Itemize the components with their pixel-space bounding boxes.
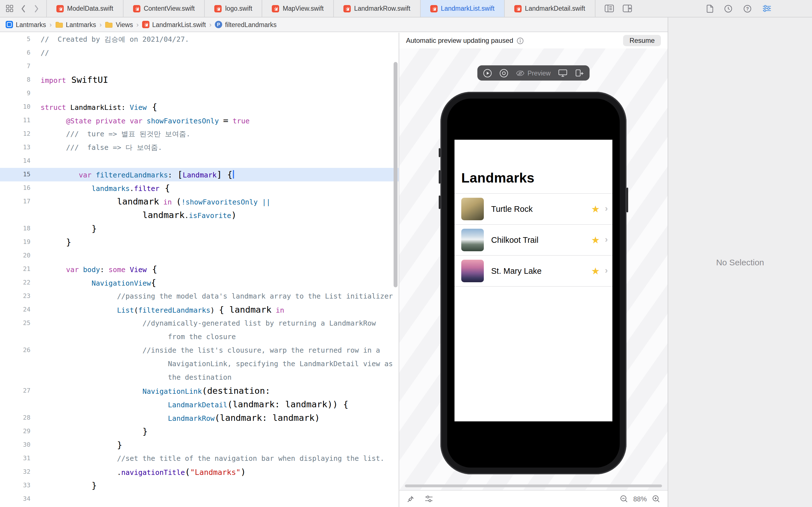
settings-icon[interactable] [424,495,433,503]
zoom-in-icon[interactable] [652,495,660,503]
breadcrumb-item-lantmarks[interactable]: Lantmarks [55,21,96,28]
line-number[interactable]: 7 [0,60,31,73]
tab-landmarklist-swift[interactable]: LandmarkList.swift [420,0,504,17]
editor-options-icon[interactable] [604,4,614,12]
line-number[interactable]: 9 [0,87,31,100]
landmark-row-chilkoot-trail[interactable]: Chilkoot Trail★› [455,225,612,256]
code-line-25[interactable]: 25 //dynamically-generated list by retur… [0,317,399,330]
display-icon[interactable] [558,69,567,77]
code-line-22[interactable]: 22 NavigationView{ [0,276,399,290]
line-number[interactable]: 22 [0,276,31,290]
code-line-17[interactable]: 17 landmark in (!showFavoritesOnly || [0,195,399,209]
tab-modeldata-swift[interactable]: ModelData.swift [47,0,123,17]
code-line-28[interactable]: 28 LandmarkRow(landmark: landmark) [0,411,399,425]
code-line-19[interactable]: 19 } [0,235,399,249]
code-line-26-wrap[interactable]: the destination [0,371,399,384]
landmark-row-st-mary-lake[interactable]: St. Mary Lake★› [455,256,612,287]
code-line-24[interactable]: 24 List(filteredLandmarks) { landmark in [0,303,399,317]
line-number[interactable] [0,357,31,371]
landmark-row-turtle-rock[interactable]: Turtle Rock★› [455,194,612,225]
code-line-26-wrap[interactable]: NavigationLink, specifying the LandmarkD… [0,357,399,371]
line-number[interactable]: 14 [0,154,31,168]
code-line-33[interactable]: 33 } [0,479,399,492]
line-number[interactable]: 18 [0,222,31,235]
line-number[interactable] [0,371,31,384]
line-number[interactable]: 33 [0,479,31,492]
line-number[interactable] [0,209,31,222]
line-number[interactable]: 21 [0,263,31,276]
live-preview-icon[interactable] [483,68,492,77]
line-number[interactable]: 28 [0,411,31,425]
line-number[interactable]: 32 [0,465,31,479]
tab-contentview-swift[interactable]: ContentView.swift [123,0,205,17]
code-line-26[interactable]: 26 //inside the list's clousure, warp th… [0,344,399,357]
code-line-10[interactable]: 10struct LandmarkList: View { [0,100,399,114]
line-number[interactable]: 19 [0,235,31,249]
line-number[interactable] [0,398,31,411]
code-line-7[interactable]: 7 [0,60,399,73]
line-number[interactable]: 25 [0,317,31,330]
line-number[interactable]: 26 [0,344,31,357]
line-number[interactable]: 6 [0,46,31,60]
line-number[interactable]: 8 [0,73,31,87]
line-number[interactable]: 12 [0,127,31,141]
code-line-8[interactable]: 8import SwiftUI [0,73,399,87]
code-line-20[interactable]: 20 [0,249,399,263]
code-line-13[interactable]: 13 /// false => 다 보여줌. [0,141,399,154]
info-icon[interactable] [516,37,524,44]
new-file-icon[interactable] [707,4,713,13]
code-editor[interactable]: 5// Created by 김승예 on 2021/04/27.6//78im… [0,33,399,507]
line-number[interactable]: 11 [0,114,31,127]
code-line-27[interactable]: 27 NavigationLink(destination: [0,384,399,398]
line-number[interactable]: 35 [0,506,31,507]
forward-chevron-icon[interactable] [33,4,40,13]
line-number[interactable]: 30 [0,438,31,452]
line-number[interactable]: 10 [0,100,31,114]
add-editor-icon[interactable] [622,4,632,12]
line-number[interactable]: 17 [0,195,31,209]
code-line-11[interactable]: 11 @State private var showFavoritesOnly … [0,114,399,127]
code-line-14[interactable]: 14 [0,154,399,168]
pin-icon[interactable] [407,495,414,503]
code-line-16[interactable]: 16 landmarks.filter { [0,181,399,195]
canvas-horizontal-scrollbar[interactable] [405,485,662,487]
inspector-toggle-icon[interactable] [762,4,771,12]
line-number[interactable]: 24 [0,303,31,317]
line-number[interactable]: 23 [0,290,31,303]
code-line-32[interactable]: 32 .navigationTitle("Landmarks") [0,465,399,479]
line-number[interactable]: 20 [0,249,31,263]
tab-landmarkrow-swift[interactable]: LandmarkRow.swift [334,0,420,17]
breadcrumb-item-landmarklist-swift[interactable]: LandmarkList.swift [142,21,206,28]
code-line-18[interactable]: 18 } [0,222,399,235]
inspect-icon[interactable] [499,68,508,77]
code-line-29[interactable]: 29 } [0,425,399,438]
line-number[interactable]: 5 [0,33,31,46]
tab-logo-swift[interactable]: logo.swift [205,0,262,17]
add-device-icon[interactable] [575,69,584,77]
zoom-out-icon[interactable] [620,495,628,503]
code-line-15[interactable]: 15 var filteredLandmarks: [Landmark] { [0,168,399,181]
breadcrumb-item-filteredlandmarks[interactable]: PfilteredLandmarks [215,21,276,28]
code-line-9[interactable]: 9 [0,87,399,100]
code-line-27-wrap[interactable]: LandmarkDetail(landmark: landmark)) { [0,398,399,411]
history-icon[interactable] [724,4,732,13]
line-number[interactable]: 34 [0,492,31,506]
code-line-34[interactable]: 34 [0,492,399,506]
line-number[interactable]: 27 [0,384,31,398]
tab-landmarkdetail-swift[interactable]: LandmarkDetail.swift [505,0,595,17]
code-line-25-wrap[interactable]: from the closure [0,330,399,344]
tab-overview-icon[interactable] [6,4,13,12]
line-number[interactable] [0,330,31,344]
code-line-35[interactable]: 35 } [0,506,399,507]
line-number[interactable]: 13 [0,141,31,154]
code-line-5[interactable]: 5// Created by 김승예 on 2021/04/27. [0,33,399,46]
line-number[interactable]: 31 [0,452,31,465]
tab-mapview-swift[interactable]: MapView.swift [262,0,334,17]
breadcrumb-item-views[interactable]: Views [105,21,133,28]
line-number[interactable]: 16 [0,181,31,195]
resume-button[interactable]: Resume [623,35,661,46]
code-line-31[interactable]: 31 //set the title of the navigation bar… [0,452,399,465]
line-number[interactable]: 15 [0,168,31,181]
code-line-12[interactable]: 12 /// ture => 별표 된것만 보여줌. [0,127,399,141]
code-line-21[interactable]: 21 var body: some View { [0,263,399,276]
